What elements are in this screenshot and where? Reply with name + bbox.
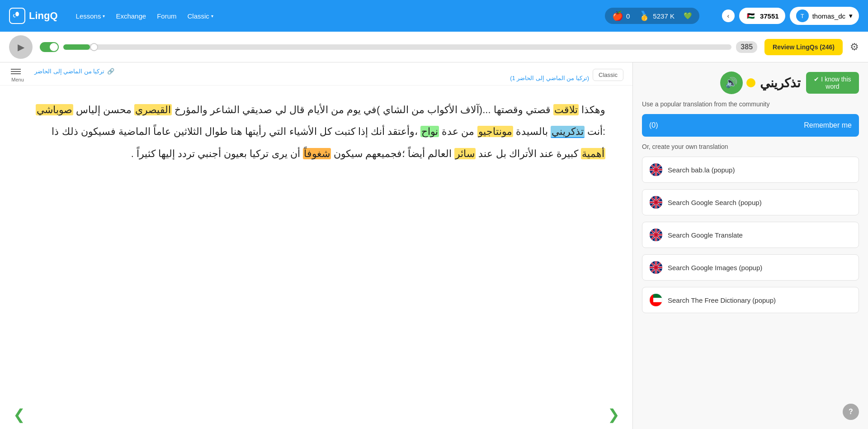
main-header: LingQ Lessons ▾ Exchange Forum Classic ▾… (0, 0, 868, 32)
nav-classic[interactable]: Classic ▾ (187, 12, 213, 20)
highlight-ahamiya[interactable]: أهمية (581, 148, 605, 159)
next-arrow-button[interactable]: ❯ (604, 405, 623, 424)
create-translation-label: Or, create your own translation (642, 143, 859, 150)
search-babla[interactable]: Search bab.la (popup) (642, 157, 859, 183)
breadcrumb-current[interactable]: (تركيا من الماضي إلى الحاضر 1) (510, 75, 589, 81)
logo-icon (9, 8, 25, 24)
logo[interactable]: LingQ (9, 8, 58, 24)
progress-container: 385 (40, 41, 757, 53)
search-google-search-label: Search Google Search (popup) (668, 199, 762, 206)
toggle-switch[interactable] (40, 42, 59, 52)
content-area: Menu 🔗 تركيا من الماضي إلى الحاضر (تركيا… (0, 62, 868, 429)
toolbar: ▶ 385 Review LingQs (246) ⚙ (0, 32, 868, 62)
streak-stat: 💚 (684, 12, 692, 20)
search-babla-label: Search bab.la (popup) (668, 166, 735, 174)
stats-bar: 🍎 0 🥇 5237 K 💚 (605, 8, 699, 24)
header-right: ‹ 🇵🇸 37551 T thomas_dc ▾ (722, 7, 859, 25)
highlight-tadhkareeni[interactable]: تذكريني (551, 126, 585, 138)
user-menu-button[interactable]: T thomas_dc ▾ (790, 7, 859, 25)
progress-thumb (90, 43, 98, 51)
nav-arrows: ❮ ❯ (0, 400, 632, 429)
search-google-images[interactable]: Search Google Images (popup) (642, 254, 859, 281)
remember-count: (0) (649, 121, 658, 129)
progress-fill (63, 44, 90, 50)
chevron-down-icon: ▾ (211, 14, 213, 19)
play-button[interactable]: ▶ (9, 35, 33, 59)
help-button[interactable]: ? (843, 404, 859, 420)
menu-label: Menu (11, 77, 24, 82)
coin-icon: 🥇 (639, 10, 650, 21)
sound-button[interactable]: 🔊 (720, 72, 743, 94)
uk-flag-icon (650, 229, 662, 241)
search-free-dictionary[interactable]: Search The Free Dictionary (popup) (642, 287, 859, 313)
uk-flag-icon (650, 261, 662, 274)
community-label: Use a popular translation from the commu… (642, 100, 859, 108)
main-area: ▶ 385 Review LingQs (246) ⚙ (0, 32, 868, 429)
highlight-talaqat[interactable]: تلاقت (553, 104, 579, 115)
toggle-knob (50, 43, 58, 51)
coin-dot (746, 78, 755, 87)
prev-arrow-button[interactable]: ❮ (9, 405, 29, 424)
settings-button[interactable]: ⚙ (850, 41, 859, 53)
review-lingqs-button[interactable]: Review LingQs (246) (764, 39, 843, 55)
highlight-shaghoofa[interactable]: شغوفاً (303, 148, 331, 159)
right-panel: تذكريني 🔊 ✔ I know this word Use a popul… (633, 62, 868, 429)
nav-prev-button[interactable]: ‹ (722, 10, 735, 22)
palestine-flag-icon: 🇵🇸 (745, 10, 756, 21)
highlight-nawah[interactable]: نواح (420, 126, 439, 137)
highlight-saer[interactable]: سائر (454, 148, 476, 159)
remember-label: Remember me (804, 121, 852, 129)
breadcrumb-content: 🔗 تركيا من الماضي إلى الحاضر (تركيا من ا… (34, 68, 589, 81)
highlight-soubashi[interactable]: صوباشي (36, 104, 73, 115)
highlight-qaysari[interactable]: القيصري (134, 104, 172, 115)
classic-button[interactable]: Classic (593, 69, 623, 81)
search-google-images-label: Search Google Images (popup) (668, 264, 762, 272)
know-word-button[interactable]: ✔ I know this word (806, 72, 859, 94)
apple-icon: 🍎 (612, 10, 623, 21)
avatar: T (796, 10, 809, 22)
breadcrumb-icon: 🔗 (107, 68, 114, 75)
highlight-montagu[interactable]: مونتاجيو (477, 126, 513, 137)
word-header: تذكريني 🔊 ✔ I know this word (642, 72, 859, 94)
selected-word: تذكريني (760, 76, 801, 91)
uae-flag-icon (650, 294, 662, 306)
breadcrumb-parent[interactable]: تركيا من الماضي إلى الحاضر (34, 68, 104, 75)
breadcrumb: Menu 🔗 تركيا من الماضي إلى الحاضر (تركيا… (0, 62, 632, 86)
progress-number: 385 (736, 41, 757, 53)
search-google-translate[interactable]: Search Google Translate (642, 222, 859, 248)
progress-track[interactable] (63, 44, 731, 50)
chevron-down-icon: ▾ (849, 12, 853, 20)
nav-exchange[interactable]: Exchange (116, 12, 146, 20)
nav-forum[interactable]: Forum (157, 12, 176, 20)
uk-flag-icon (650, 196, 662, 209)
chevron-down-icon: ▾ (103, 14, 105, 19)
logo-text: LingQ (29, 10, 58, 22)
main-nav: Lessons ▾ Exchange Forum Classic ▾ (76, 12, 213, 20)
coin-stat: 🥇 5237 K (639, 10, 675, 21)
search-google-search[interactable]: Search Google Search (popup) (642, 189, 859, 215)
flag-score: 🇵🇸 37551 (739, 8, 785, 24)
left-panel: Menu 🔗 تركيا من الماضي إلى الحاضر (تركيا… (0, 62, 633, 429)
nav-lessons[interactable]: Lessons ▾ (76, 12, 105, 20)
apple-stat: 🍎 0 (612, 10, 630, 21)
search-google-translate-label: Search Google Translate (668, 231, 743, 239)
uk-flag-icon (650, 163, 662, 176)
search-free-dictionary-label: Search The Free Dictionary (popup) (668, 296, 776, 304)
arabic-text: وهكذا تلاقت قصتي وقصتها ...(آلاف الأكواب… (0, 86, 632, 400)
menu-button[interactable] (9, 67, 23, 76)
remember-me-button[interactable]: (0) Remember me (642, 114, 859, 137)
